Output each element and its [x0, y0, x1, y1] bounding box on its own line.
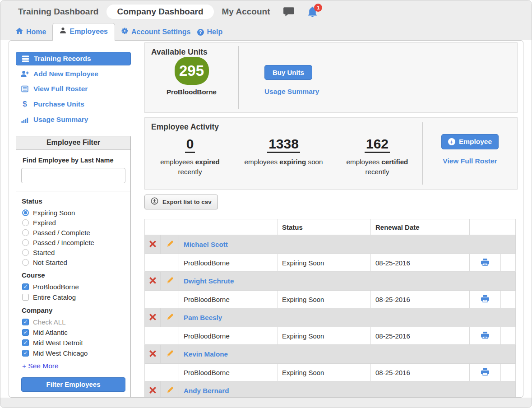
delete-employee-icon[interactable]: [149, 277, 156, 284]
company-option-mid-atlantic[interactable]: ✓ Mid Atlantic: [21, 327, 125, 338]
status-option-passed-incomplete[interactable]: Passed / Incomplete: [21, 237, 125, 247]
employee-name-row: Kevin Malone: [145, 345, 516, 364]
stat-expired-value[interactable]: 0: [185, 136, 195, 153]
chat-icon[interactable]: [283, 7, 295, 17]
edit-employee-icon[interactable]: [166, 350, 174, 357]
employee-name-row: Andy Bernard: [145, 381, 516, 398]
delete-employee-icon[interactable]: [149, 350, 156, 357]
course-group-label: Course: [22, 271, 125, 279]
course-option-probloodborne[interactable]: ✓ ProBloodBorne: [21, 282, 125, 292]
employee-name-link[interactable]: Kevin Malone: [184, 350, 228, 358]
employee-detail-row: ProBloodBorne Expiring Soon 08-25-2016: [145, 254, 516, 272]
status-option-expired[interactable]: Expired: [21, 218, 125, 227]
cell-renewal-date: 08-25-2016: [371, 254, 470, 272]
sidebar: Training Records Add New Employee View F…: [9, 41, 131, 397]
cell-renewal-date: 08-25-2016: [371, 291, 470, 308]
radio-icon: [22, 239, 29, 246]
employee-name-link[interactable]: Andy Bernard: [184, 387, 229, 394]
employee-filter-title: Employee Filter: [16, 136, 130, 150]
course-option-entire-catalog[interactable]: Entire Catalog: [21, 292, 125, 302]
help-icon: ?: [197, 29, 204, 36]
tab-bar: Home Employees Account Settings ? Help: [0, 23, 532, 40]
sidebar-item-usage-summary[interactable]: Usage Summary: [16, 113, 131, 126]
company-group-label: Company: [22, 306, 125, 314]
print-certificate-icon[interactable]: [481, 331, 489, 339]
employee-roster-table: Status Renewal Date Michael Scott ProBl: [144, 219, 516, 397]
tab-account-settings[interactable]: Account Settings: [121, 28, 191, 36]
available-units-actions: Buy Units Usage Summary: [239, 43, 319, 112]
export-csv-button[interactable]: Export list to csv: [144, 195, 218, 209]
sidebar-item-purchase-units[interactable]: $ Purchase Units: [16, 97, 131, 111]
stat-certified: 162 employees certified recently: [332, 118, 422, 189]
last-name-search-input[interactable]: [21, 168, 125, 183]
filter-divider: [16, 191, 130, 191]
employee-activity-actions: + Employee View Full Roster: [423, 118, 517, 189]
tab-employees[interactable]: Employees: [52, 23, 115, 41]
main-content: Available Units 295 ProBloodBorne Buy Un…: [131, 41, 523, 397]
nav-my-account[interactable]: My Account: [222, 7, 270, 17]
header-empty: [145, 219, 278, 235]
add-employee-button[interactable]: + Employee: [441, 134, 499, 149]
available-units-title: Available Units: [151, 47, 208, 57]
top-navigation-bar: Training Dashboard Company Dashboard My …: [0, 0, 532, 23]
buy-units-button[interactable]: Buy Units: [264, 65, 312, 80]
window-footer: [0, 398, 532, 408]
status-option-expiring-soon[interactable]: Expiring Soon: [21, 208, 125, 218]
tab-home[interactable]: Home: [16, 28, 46, 36]
employee-activity-panel: Employee Activity 0 employees expired re…: [144, 117, 518, 190]
nav-training-dashboard[interactable]: Training Dashboard: [18, 7, 98, 17]
status-option-not-started[interactable]: Not Started: [21, 257, 125, 267]
header-status: Status: [278, 219, 371, 235]
employee-name-link[interactable]: Pam Beesly: [184, 314, 222, 321]
topbar-icons: 1: [283, 6, 318, 18]
cell-course: ProBloodBorne: [179, 327, 278, 345]
delete-employee-icon[interactable]: [149, 387, 156, 394]
notifications-bell-icon[interactable]: 1: [307, 6, 318, 18]
employee-name-link[interactable]: Michael Scott: [184, 241, 228, 248]
radio-icon: [22, 249, 29, 256]
app-window: Training Dashboard Company Dashboard My …: [0, 0, 532, 408]
edit-employee-icon[interactable]: [166, 277, 174, 284]
stat-expiring-value[interactable]: 1338: [267, 136, 300, 153]
cell-course: ProBloodBorne: [179, 364, 278, 381]
employee-detail-row: ProBloodBorne Expiring Soon 08-25-2016: [145, 327, 516, 345]
print-certificate-icon[interactable]: [481, 295, 489, 303]
employee-name-link[interactable]: Dwight Schrute: [184, 277, 234, 285]
checkbox-icon: [22, 294, 29, 301]
edit-employee-icon[interactable]: [166, 240, 174, 248]
company-option-mid-west-detroit[interactable]: ✓ Mid West Detroit: [21, 338, 125, 348]
stat-expiring-label: employees expiring soon: [245, 157, 323, 167]
cell-status: Expiring Soon: [278, 254, 371, 272]
download-circle-icon: [151, 197, 158, 206]
view-full-roster-link[interactable]: View Full Roster: [443, 157, 497, 165]
edit-employee-icon[interactable]: [166, 313, 174, 321]
usage-summary-link[interactable]: Usage Summary: [264, 88, 319, 96]
sidebar-item-view-full-roster[interactable]: View Full Roster: [16, 83, 131, 95]
status-option-started[interactable]: Started: [21, 247, 125, 257]
sidebar-item-add-new-employee[interactable]: Add New Employee: [16, 68, 131, 80]
status-group-label: Status: [22, 197, 125, 205]
cell-renewal-date: 08-25-2016: [371, 364, 470, 381]
delete-employee-icon[interactable]: [149, 241, 156, 247]
company-option-mid-west-chicago[interactable]: ✓ Mid West Chicago: [21, 348, 125, 358]
user-icon: [60, 27, 66, 36]
checkbox-checked-icon: ✓: [22, 339, 29, 346]
radio-icon: [22, 259, 29, 266]
content-band: Training Records Add New Employee View F…: [0, 40, 532, 398]
stat-certified-value[interactable]: 162: [365, 136, 390, 153]
checkbox-checked-icon: ✓: [22, 329, 29, 336]
nav-company-dashboard[interactable]: Company Dashboard: [106, 5, 213, 19]
print-certificate-icon[interactable]: [481, 258, 489, 266]
filter-employees-button[interactable]: Filter Employees: [21, 377, 125, 392]
home-icon: [16, 28, 23, 36]
status-option-passed-complete[interactable]: Passed / Complete: [21, 227, 125, 237]
delete-employee-icon[interactable]: [149, 314, 156, 320]
edit-employee-icon[interactable]: [166, 386, 174, 394]
print-certificate-icon[interactable]: [481, 368, 489, 376]
table-header-row: Status Renewal Date: [145, 219, 516, 235]
see-more-link[interactable]: + See More: [22, 362, 59, 370]
stat-certified-label: employees certified recently: [338, 157, 417, 178]
sidebar-item-training-records[interactable]: Training Records: [16, 52, 131, 65]
company-option-check-all[interactable]: ✓ Check ALL: [21, 317, 125, 327]
tab-help[interactable]: ? Help: [197, 28, 223, 36]
